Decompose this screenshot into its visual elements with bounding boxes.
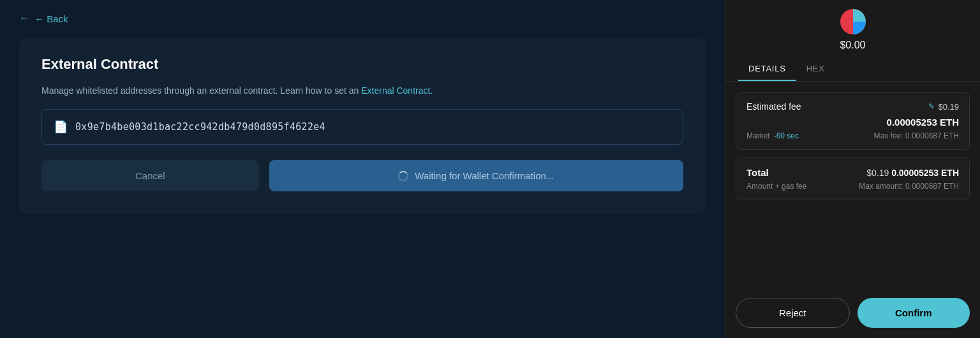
description-text: Manage whitelisted addresses through an …: [41, 85, 361, 96]
loading-spinner: [398, 171, 408, 181]
right-panel: $0.00 DETAILS HEX Estimated fee ✎ $0.19 …: [725, 0, 980, 338]
edit-icon[interactable]: ✎: [928, 102, 935, 111]
fee-usd: ✎ $0.19: [928, 102, 959, 112]
left-panel: ← ← Back External Contract Manage whitel…: [0, 0, 725, 338]
cancel-button[interactable]: Cancel: [41, 160, 259, 191]
market-label: Market: [746, 131, 770, 140]
back-button[interactable]: ← ← Back: [19, 13, 68, 24]
pie-chart-icon: [838, 6, 868, 37]
fee-eth: 0.00005253 ETH: [746, 117, 959, 128]
fee-max: Max fee: 0.0000687 ETH: [874, 131, 959, 140]
fee-meta: Market -60 sec Max fee: 0.0000687 ETH: [746, 131, 959, 140]
total-max: Max amount: 0.0000687 ETH: [859, 182, 959, 191]
total-usd: $0.19: [866, 168, 889, 178]
confirm-button[interactable]: Confirm: [858, 298, 970, 328]
fee-usd-value: $0.19: [938, 102, 959, 112]
external-contract-link[interactable]: External Contract.: [361, 85, 433, 96]
total-row: Total $0.19 0.00005253 ETH: [746, 167, 959, 178]
contract-card: External Contract Manage whitelisted add…: [19, 37, 706, 214]
card-title: External Contract: [41, 56, 683, 73]
fee-label: Estimated fee: [746, 101, 801, 112]
wallet-balance: $0.00: [840, 40, 865, 51]
total-eth: 0.00005253 ETH: [891, 168, 959, 178]
address-input-wrapper: 📄 0x9e7b4be003d1bac22cc942db479d0d895f46…: [41, 109, 683, 145]
address-value: 0x9e7b4be003d1bac22cc942db479d0d895f4622…: [75, 121, 325, 133]
tab-details[interactable]: DETAILS: [738, 57, 796, 81]
max-fee-value: 0.0000687 ETH: [905, 131, 959, 140]
total-sub-label: Amount + gas fee: [746, 182, 806, 191]
waiting-button[interactable]: Waiting for Wallet Confirmation...: [269, 160, 683, 191]
total-label: Total: [746, 167, 769, 178]
fee-header: Estimated fee ✎ $0.19: [746, 101, 959, 112]
max-amount-label: Max amount:: [859, 182, 903, 191]
fee-market: Market -60 sec: [746, 131, 799, 140]
max-fee-label: Max fee:: [874, 131, 903, 140]
wallet-header: $0.00: [725, 0, 980, 51]
fee-time: -60 sec: [774, 131, 799, 140]
tabs-row: DETAILS HEX: [725, 57, 980, 82]
card-actions: Cancel Waiting for Wallet Confirmation..…: [41, 160, 683, 191]
max-amount-value: 0.0000687 ETH: [905, 182, 959, 191]
action-buttons: Reject Confirm: [725, 288, 980, 338]
total-section: Total $0.19 0.00005253 ETH Amount + gas …: [736, 158, 970, 200]
total-sub: Amount + gas fee Max amount: 0.0000687 E…: [746, 182, 959, 191]
fee-section: Estimated fee ✎ $0.19 0.00005253 ETH Mar…: [736, 92, 970, 150]
document-icon: 📄: [54, 120, 68, 134]
back-arrow-icon: ←: [19, 13, 29, 24]
total-amount: $0.19 0.00005253 ETH: [866, 168, 959, 178]
waiting-label: Waiting for Wallet Confirmation...: [415, 170, 554, 181]
reject-button[interactable]: Reject: [736, 298, 850, 328]
back-label: ← Back: [34, 13, 68, 24]
tab-hex[interactable]: HEX: [796, 57, 835, 81]
card-description: Manage whitelisted addresses through an …: [41, 84, 683, 98]
